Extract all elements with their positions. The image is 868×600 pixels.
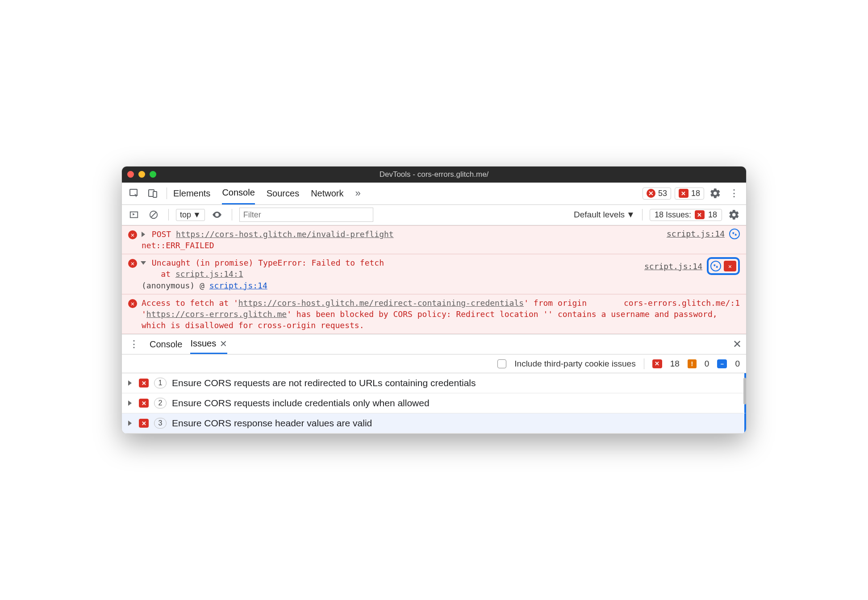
third-party-label: Include third-party cookie issues xyxy=(514,359,635,369)
drawer-close-icon[interactable]: ✕ xyxy=(733,338,742,350)
console-messages: ✕ POST https://cors-host.glitch.me/inval… xyxy=(122,225,746,334)
more-tabs-icon[interactable]: » xyxy=(355,188,361,199)
minimize-window-button[interactable] xyxy=(138,171,145,178)
tab-sources[interactable]: Sources xyxy=(267,183,299,204)
tab-close-icon[interactable]: ✕ xyxy=(220,338,227,349)
stack-link[interactable]: script.js:14:1 xyxy=(175,269,243,279)
stack-at: at xyxy=(161,269,175,279)
sidebar-toggle-icon[interactable] xyxy=(126,207,142,222)
issue-row[interactable]: ✕ 1 Ensure CORS requests are not redirec… xyxy=(122,373,746,393)
console-error-row[interactable]: ✕ Uncaught (in promise) TypeError: Faile… xyxy=(122,254,746,294)
issue-title: Ensure CORS requests are not redirected … xyxy=(172,378,476,388)
network-request-icon[interactable] xyxy=(710,261,721,271)
disclosure-icon[interactable] xyxy=(128,400,132,406)
drawer-tabs: ⋮ Console Issues ✕ ✕ xyxy=(122,334,746,354)
issue-badge-icon: ✕ xyxy=(139,399,149,408)
divider xyxy=(644,358,644,369)
context-label: top xyxy=(180,210,191,220)
source-link[interactable]: cors-errors.glitch.me/:1 xyxy=(624,297,740,308)
third-party-checkbox[interactable] xyxy=(497,359,506,368)
settings-gear-icon[interactable] xyxy=(708,186,723,201)
issue-warn-badge-icon: ! xyxy=(688,359,697,368)
console-error-row[interactable]: ✕ POST https://cors-host.glitch.me/inval… xyxy=(122,225,746,254)
chevron-down-icon: ▼ xyxy=(626,210,635,220)
console-sub-toolbar: top ▼ Default levels ▼ 18 Issues: ✕ 18 xyxy=(122,205,746,225)
issue-title: Ensure CORS response header values are v… xyxy=(172,418,372,429)
drawer-tab-issues-label: Issues xyxy=(190,338,216,349)
drawer-tab-console[interactable]: Console xyxy=(150,334,182,354)
zoom-window-button[interactable] xyxy=(150,171,156,178)
window-title: DevTools - cors-errors.glitch.me/ xyxy=(122,170,746,179)
devtools-window: DevTools - cors-errors.glitch.me/ Elemen… xyxy=(121,166,747,434)
levels-label: Default levels xyxy=(574,210,625,220)
issue-highlight-annotation: ✕ xyxy=(707,257,740,275)
issue-info-count: 0 xyxy=(735,359,740,369)
chevron-down-icon: ▼ xyxy=(193,210,201,220)
stack-anon-link[interactable]: script.js:14 xyxy=(209,281,267,290)
issues-summary-pill[interactable]: 18 Issues: ✕ 18 xyxy=(650,209,722,221)
issue-error-count: 18 xyxy=(670,359,680,369)
live-expression-icon[interactable] xyxy=(209,207,225,222)
http-method: POST xyxy=(152,229,171,239)
drawer-tab-issues[interactable]: Issues ✕ xyxy=(190,334,227,354)
tab-elements[interactable]: Elements xyxy=(173,183,210,204)
disclosure-icon[interactable] xyxy=(128,380,132,386)
issue-badge-icon[interactable]: ✕ xyxy=(724,261,736,271)
error-body: cors-errors.glitch.me/:1 Access to fetch… xyxy=(142,297,740,331)
error-badge-icon: ✕ xyxy=(647,189,655,198)
disclosure-icon[interactable] xyxy=(141,261,146,265)
log-levels-selector[interactable]: Default levels ▼ xyxy=(574,210,635,220)
issue-title: Ensure CORS requests include credentials… xyxy=(172,398,430,408)
inspect-element-icon[interactable] xyxy=(126,186,142,201)
error-icon: ✕ xyxy=(128,230,137,239)
issues-toolbar: Include third-party cookie issues ✕ 18 !… xyxy=(122,354,746,373)
device-toggle-icon[interactable] xyxy=(145,186,160,201)
issue-badge-icon: ✕ xyxy=(139,419,149,428)
issue-badge-icon: ✕ xyxy=(139,379,149,388)
divider xyxy=(232,209,232,221)
svg-line-5 xyxy=(151,212,156,217)
drawer-menu-icon[interactable]: ⋮ xyxy=(126,337,142,352)
console-error-row[interactable]: ✕ cors-errors.glitch.me/:1 Access to fet… xyxy=(122,294,746,334)
issue-count-badge: 2 xyxy=(154,398,167,408)
issues-list: ✕ 1 Ensure CORS requests are not redirec… xyxy=(122,373,746,433)
source-link[interactable]: script.js:14 xyxy=(644,262,702,271)
divider xyxy=(167,188,167,199)
scrollbar-thumb[interactable] xyxy=(743,378,746,404)
filter-input[interactable] xyxy=(239,208,373,222)
issue-info-badge-icon: – xyxy=(717,359,727,368)
tab-console[interactable]: Console xyxy=(222,183,255,204)
tab-network[interactable]: Network xyxy=(311,183,343,204)
panel-tabs: Elements Console Sources Network » xyxy=(173,183,361,204)
issues-count-pill[interactable]: ✕ 18 xyxy=(675,188,704,200)
issue-badge-icon: ✕ xyxy=(695,210,705,219)
error-count-pill[interactable]: ✕ 53 xyxy=(643,188,671,200)
divider xyxy=(642,209,643,221)
stack-anon: (anonymous) @ xyxy=(142,281,209,290)
cors-url-link[interactable]: https://cors-host.glitch.me/redirect-con… xyxy=(238,298,524,308)
traffic-lights xyxy=(127,171,156,178)
disclosure-icon[interactable] xyxy=(142,232,145,237)
disclosure-icon[interactable] xyxy=(128,421,132,426)
console-settings-gear-icon[interactable] xyxy=(726,207,742,222)
error-count: 53 xyxy=(658,189,667,198)
execution-context-selector[interactable]: top ▼ xyxy=(176,209,205,221)
clear-console-icon[interactable] xyxy=(146,207,161,222)
issue-row[interactable]: ✕ 2 Ensure CORS requests include credent… xyxy=(122,393,746,413)
issue-warn-count: 0 xyxy=(705,359,709,369)
error-icon: ✕ xyxy=(128,259,137,268)
issue-count-badge: 1 xyxy=(154,378,167,388)
divider xyxy=(168,209,169,221)
origin-url-link[interactable]: https://cors-errors.glitch.me xyxy=(146,309,287,319)
kebab-menu-icon[interactable]: ⋮ xyxy=(726,186,742,201)
request-url-link[interactable]: https://cors-host.glitch.me/invalid-pref… xyxy=(176,229,394,239)
window-titlebar: DevTools - cors-errors.glitch.me/ xyxy=(122,167,746,183)
network-request-icon[interactable] xyxy=(729,229,740,239)
error-message: Uncaught (in promise) TypeError: Failed … xyxy=(152,258,384,267)
issues-label: 18 Issues: xyxy=(655,210,691,220)
issue-row[interactable]: ✕ 3 Ensure CORS response header values a… xyxy=(122,413,746,433)
issue-error-badge-icon: ✕ xyxy=(652,359,662,368)
source-link[interactable]: script.js:14 xyxy=(667,229,725,238)
issues-count: 18 xyxy=(708,210,717,220)
close-window-button[interactable] xyxy=(127,171,134,178)
